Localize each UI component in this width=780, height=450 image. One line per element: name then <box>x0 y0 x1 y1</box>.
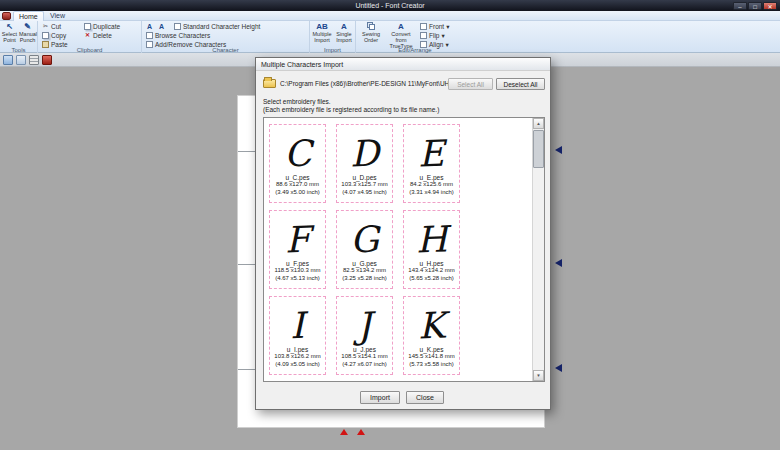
width-marker-icon[interactable] <box>340 429 348 435</box>
tile-filename: u_K.pes <box>420 346 444 353</box>
title-bar[interactable]: Untitled - Font Creator – □ ✕ <box>0 0 780 11</box>
browse-characters-label: Browse Characters <box>155 32 210 39</box>
app-window: Untitled - Font Creator – □ ✕ Home View … <box>0 0 780 450</box>
character-tile[interactable]: K u_K.pes 145.5 x141.8 mm (5.73 x5.58 in… <box>403 296 460 375</box>
design-page-icon[interactable] <box>3 55 13 65</box>
multiple-import-label: Multiple Import <box>312 32 332 44</box>
scroll-up-icon[interactable]: ▲ <box>533 118 544 129</box>
flip-label: Flip <box>429 32 439 39</box>
ribbon: ↖ Select Point ✎ Manual Punch Tools ✂ Cu… <box>0 21 780 53</box>
import-button[interactable]: Import <box>360 391 400 404</box>
group-import: AB Multiple Import A Single Import Impor… <box>310 21 356 53</box>
character-list: C u_C.pes 88.6 x127.0 mm (3.49 x5.00 inc… <box>263 117 545 382</box>
instruction-line-1: Select embroidery files. <box>263 98 331 105</box>
cut-icon: ✂ <box>42 23 49 30</box>
character-tile[interactable]: C u_C.pes 88.6 x127.0 mm (3.49 x5.00 inc… <box>269 124 326 203</box>
sewing-order-button[interactable]: Sewing Order <box>358 22 384 44</box>
minimize-button[interactable]: – <box>733 2 747 10</box>
tile-size-inch: (4.67 x5.13 inch) <box>275 275 320 283</box>
flip-dropdown-icon: ▾ <box>441 32 444 40</box>
flip-icon <box>420 32 427 39</box>
font-size-up-button[interactable]: A <box>146 22 153 31</box>
copy-button[interactable]: Copy <box>42 31 66 40</box>
baseline-marker-icon[interactable] <box>555 364 562 372</box>
select-point-button[interactable]: ↖ Select Point <box>1 22 18 44</box>
template-icon[interactable] <box>16 55 26 65</box>
front-label: Front <box>429 23 444 30</box>
convert-truetype-button[interactable]: A Convert from TrueType <box>386 22 416 50</box>
character-glyph: E <box>418 125 446 173</box>
tile-size-mm: 118.5 x130.3 mm <box>275 267 321 275</box>
dialog-close-button[interactable]: Close <box>406 391 444 404</box>
tile-size-mm: 143.4 x134.2 mm <box>408 267 454 275</box>
tile-size-inch: (4.07 x4.95 inch) <box>342 189 387 197</box>
tile-filename: u_I.pes <box>287 346 308 353</box>
tile-size-inch: (5.65 x5.28 inch) <box>409 275 454 283</box>
tab-home[interactable]: Home <box>13 11 44 21</box>
folder-icon <box>263 79 276 88</box>
duplicate-button[interactable]: Duplicate <box>84 22 120 31</box>
delete-icon: ✕ <box>84 32 91 39</box>
window-title: Untitled - Font Creator <box>355 2 424 9</box>
character-tile[interactable]: J u_J.pes 108.5 x154.1 mm (4.27 x6.07 in… <box>336 296 393 375</box>
duplicate-icon <box>84 23 91 30</box>
character-tile[interactable]: D u_D.pes 103.3 x125.7 mm (4.07 x4.95 in… <box>336 124 393 203</box>
delete-button[interactable]: ✕ Delete <box>84 31 112 40</box>
close-button[interactable]: ✕ <box>763 2 777 10</box>
character-tile[interactable]: E u_E.pes 84.2 x125.6 mm (3.31 x4.94 inc… <box>403 124 460 203</box>
scroll-down-icon[interactable]: ▼ <box>533 370 544 381</box>
standard-character-height-toggle[interactable]: Standard Character Height <box>174 22 260 31</box>
font-size-down-button[interactable]: A <box>158 22 165 31</box>
character-glyph: I <box>290 297 306 344</box>
sewing-order-label: Sewing Order <box>358 32 384 44</box>
character-tile[interactable]: F u_F.pes 118.5 x130.3 mm (4.67 x5.13 in… <box>269 210 326 289</box>
character-tile[interactable]: H u_H.pes 143.4 x134.2 mm (5.65 x5.28 in… <box>403 210 460 289</box>
tile-size-inch: (4.09 x5.05 inch) <box>275 361 320 369</box>
manual-punch-button[interactable]: ✎ Manual Punch <box>19 22 36 44</box>
select-all-button[interactable]: Select All <box>448 78 493 90</box>
duplicate-label: Duplicate <box>93 23 120 30</box>
group-character: A A Standard Character Height Browse Cha… <box>142 21 310 53</box>
dialog-title: Multiple Characters Import <box>261 61 343 68</box>
flip-button[interactable]: Flip ▾ <box>420 31 445 40</box>
character-glyph: G <box>349 211 379 259</box>
tile-size-inch: (5.73 x5.58 inch) <box>409 361 454 369</box>
maximize-button[interactable]: □ <box>748 2 762 10</box>
tile-size-inch: (3.49 x5.00 inch) <box>275 189 320 197</box>
character-glyph: K <box>417 297 446 345</box>
cut-button[interactable]: ✂ Cut <box>42 22 61 31</box>
window-controls: – □ ✕ <box>733 2 777 10</box>
tile-filename: u_G.pes <box>352 260 377 267</box>
character-glyph: C <box>283 125 312 173</box>
card-write-icon[interactable] <box>42 55 52 65</box>
manual-punch-label: Manual Punch <box>19 32 36 44</box>
group-tools: ↖ Select Point ✎ Manual Punch Tools <box>0 21 38 53</box>
tab-view[interactable]: View <box>45 11 70 21</box>
deselect-all-button[interactable]: Deselect All <box>496 78 545 90</box>
character-tile[interactable]: G u_G.pes 82.5 x134.2 mm (3.25 x5.28 inc… <box>336 210 393 289</box>
dialog-title-bar[interactable]: Multiple Characters Import <box>256 58 550 71</box>
delete-label: Delete <box>93 32 112 39</box>
multiple-import-button[interactable]: AB Multiple Import <box>312 22 332 44</box>
multiple-characters-import-dialog: Multiple Characters Import C:\Program Fi… <box>255 57 551 410</box>
width-marker-icon[interactable] <box>357 429 365 435</box>
app-menu-button[interactable] <box>2 12 11 20</box>
browse-characters-button[interactable]: Browse Characters <box>146 31 210 40</box>
single-import-button[interactable]: A Single Import <box>334 22 354 44</box>
character-tile[interactable]: I u_I.pes 103.8 x126.2 mm (4.09 x5.05 in… <box>269 296 326 375</box>
baseline-marker-icon[interactable] <box>555 146 562 154</box>
grid-icon[interactable] <box>29 55 39 65</box>
ribbon-tab-row: Home View <box>0 11 780 21</box>
scrollbar-thumb[interactable] <box>533 130 544 168</box>
baseline-marker-icon[interactable] <box>555 259 562 267</box>
tile-size-mm: 82.5 x134.2 mm <box>343 267 386 275</box>
front-dropdown-icon: ▾ <box>446 23 449 31</box>
copy-icon <box>42 32 49 39</box>
list-scrollbar[interactable]: ▲ ▼ <box>532 118 544 381</box>
front-button[interactable]: Front ▾ <box>420 22 449 31</box>
browse-characters-icon <box>146 32 153 39</box>
tile-filename: u_D.pes <box>352 174 376 181</box>
tile-size-inch: (4.27 x6.07 inch) <box>342 361 387 369</box>
tile-size-inch: (3.31 x4.94 inch) <box>409 189 454 197</box>
cut-label: Cut <box>51 23 61 30</box>
